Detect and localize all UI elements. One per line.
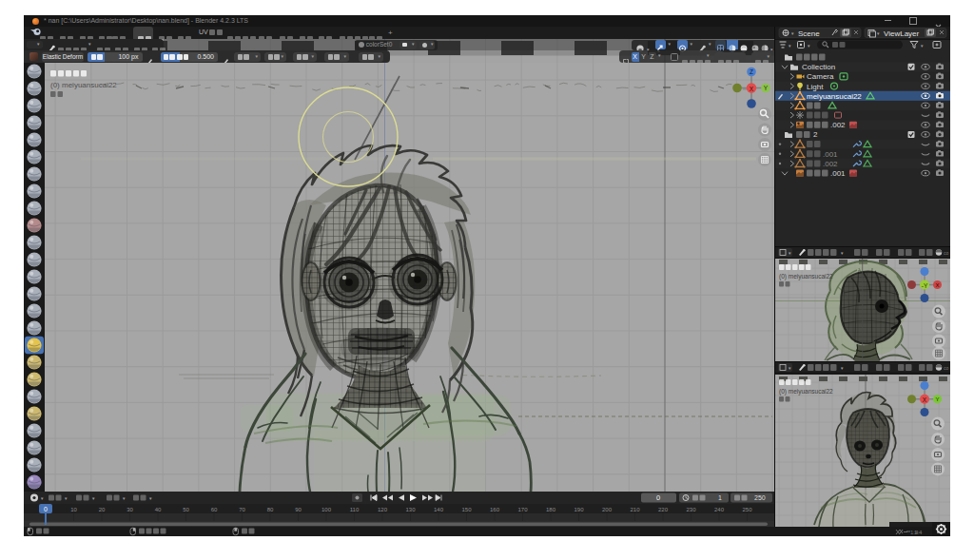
svg-text:▼: ▼ bbox=[790, 31, 794, 36]
svg-text:(0) meiyuansucai22: (0) meiyuansucai22 bbox=[50, 81, 117, 89]
svg-text:110: 110 bbox=[350, 507, 360, 512]
svg-text:50: 50 bbox=[183, 507, 189, 512]
svg-text:Z: Z bbox=[750, 68, 753, 75]
svg-text:80: 80 bbox=[267, 507, 274, 512]
svg-text:1:4: 1:4 bbox=[910, 530, 919, 535]
svg-text:60: 60 bbox=[211, 507, 218, 512]
svg-text:70: 70 bbox=[239, 507, 245, 512]
svg-text:0: 0 bbox=[656, 493, 660, 502]
svg-text:Light: Light bbox=[807, 83, 824, 91]
svg-text:200: 200 bbox=[602, 507, 613, 512]
svg-text:210: 210 bbox=[630, 507, 640, 512]
svg-text:220: 220 bbox=[658, 507, 669, 512]
svg-text:30: 30 bbox=[127, 507, 133, 512]
svg-text:X: X bbox=[935, 282, 939, 288]
svg-text:1: 1 bbox=[718, 494, 722, 501]
svg-text:Y: Y bbox=[764, 85, 769, 91]
svg-text:10: 10 bbox=[70, 507, 77, 512]
svg-text:230: 230 bbox=[686, 507, 696, 512]
svg-text:co: co bbox=[944, 250, 949, 256]
svg-text:150: 150 bbox=[461, 507, 472, 512]
svg-text:▼: ▼ bbox=[788, 366, 791, 371]
svg-text:240: 240 bbox=[714, 507, 725, 512]
svg-text:40: 40 bbox=[155, 507, 162, 512]
svg-text:90: 90 bbox=[295, 507, 302, 512]
svg-text:X: X bbox=[750, 86, 754, 92]
svg-text:▼: ▼ bbox=[122, 496, 126, 501]
svg-text:.002: .002 bbox=[830, 121, 846, 129]
svg-text:▼: ▼ bbox=[788, 251, 791, 256]
svg-text:ViewLayer: ViewLayer bbox=[884, 29, 920, 38]
svg-text:▼: ▼ bbox=[91, 496, 95, 501]
svg-text:130: 130 bbox=[405, 507, 416, 512]
svg-text:100: 100 bbox=[321, 507, 332, 512]
svg-text:▼: ▼ bbox=[64, 496, 68, 501]
svg-text:▼: ▼ bbox=[876, 31, 880, 36]
svg-text:Y: Y bbox=[935, 396, 939, 402]
svg-text:Collection: Collection bbox=[802, 63, 835, 71]
svg-text:▼: ▼ bbox=[148, 496, 152, 501]
svg-text:.002: .002 bbox=[823, 160, 838, 168]
svg-text:X: X bbox=[923, 396, 927, 403]
svg-text:2: 2 bbox=[813, 130, 818, 139]
svg-text:20: 20 bbox=[99, 507, 106, 512]
svg-text:▼: ▼ bbox=[807, 44, 810, 48]
svg-text:160: 160 bbox=[490, 507, 500, 512]
svg-text:140: 140 bbox=[434, 507, 444, 512]
svg-text:250: 250 bbox=[754, 494, 766, 501]
svg-text:(0) meiyuansucai22: (0) meiyuansucai22 bbox=[779, 388, 833, 396]
svg-text:120: 120 bbox=[378, 507, 388, 512]
svg-text:.001: .001 bbox=[823, 150, 838, 159]
svg-text:▼: ▼ bbox=[840, 251, 844, 256]
svg-text:180: 180 bbox=[546, 507, 556, 512]
svg-text:co: co bbox=[944, 365, 949, 371]
svg-text:▼: ▼ bbox=[788, 44, 791, 48]
svg-text:▼: ▼ bbox=[40, 496, 44, 501]
svg-text:0: 0 bbox=[44, 506, 48, 512]
svg-text:(0) meiyuansucai22: (0) meiyuansucai22 bbox=[779, 273, 833, 280]
svg-text:▼: ▼ bbox=[840, 366, 844, 371]
svg-text:170: 170 bbox=[517, 507, 528, 512]
svg-text:.001: .001 bbox=[830, 169, 846, 178]
svg-text:Scene: Scene bbox=[798, 29, 820, 38]
svg-text:▼: ▼ bbox=[920, 44, 924, 48]
svg-text:-Y: -Y bbox=[922, 282, 928, 289]
svg-text:meiyuansucai22: meiyuansucai22 bbox=[807, 92, 862, 101]
svg-text:250: 250 bbox=[742, 507, 752, 512]
svg-text:Camera: Camera bbox=[807, 72, 834, 81]
svg-text:190: 190 bbox=[574, 507, 584, 512]
